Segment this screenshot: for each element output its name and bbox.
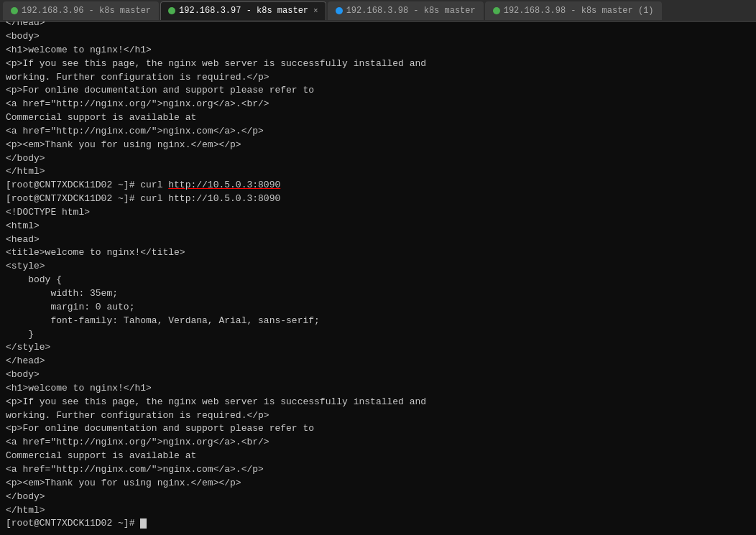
terminal-line: </head> <box>6 355 750 368</box>
tab-close-button[interactable]: × <box>313 6 318 15</box>
terminal-line: Commercial support is available at <box>6 111 750 125</box>
tab-bar: 192.168.3.96 - k8s master192.168.3.97 - … <box>0 0 756 22</box>
terminal-line: </html> <box>6 504 750 518</box>
tab-status-icon <box>336 7 343 14</box>
tab-label: 192.168.3.96 - k8s master <box>22 6 151 16</box>
terminal-line: </head> <box>6 22 750 30</box>
terminal-line: </body> <box>6 490 750 504</box>
terminal-line: <h1>welcome to nginx!</h1> <box>6 44 750 57</box>
terminal-body: [root@CNT7XDCK11D02 ~]# curl http://10.3… <box>0 22 756 535</box>
terminal-line: [root@CNT7XDCK11D02 ~]# curl http://10.5… <box>6 179 750 192</box>
tab-tab1[interactable]: 192.168.3.96 - k8s master <box>3 1 159 20</box>
terminal-line: <a href="http://nginx.com/">nginx.com</a… <box>6 463 750 477</box>
terminal-line: <p><em>Thank you for using nginx.</em></… <box>6 477 750 490</box>
terminal-line: <p>For online documentation and support … <box>6 422 750 436</box>
terminal-line: <body> <box>6 30 750 44</box>
terminal-line: <a href="http://nginx.org/">nginx.org</a… <box>6 98 750 111</box>
terminal-line: <html> <box>6 220 750 233</box>
tab-label: 192.168.3.98 - k8s master <box>346 6 476 16</box>
terminal-line: } <box>6 328 750 342</box>
tab-label: 192.168.3.97 - k8s master <box>179 6 308 16</box>
terminal-line: </html> <box>6 165 750 179</box>
tab-label: 192.168.3.98 - k8s master (1) <box>504 6 654 16</box>
terminal-line: <a href="http://nginx.com/">nginx.com</a… <box>6 125 750 139</box>
terminal-line: <p>For online documentation and support … <box>6 84 750 98</box>
tab-status-icon <box>168 7 175 14</box>
terminal-line: body { <box>6 274 750 287</box>
terminal-url: http://10.5.0.3:8090 <box>168 180 280 190</box>
terminal-line: <p><em>Thank you for using nginx.</em></… <box>6 139 750 152</box>
terminal-line: Commercial support is available at <box>6 450 750 463</box>
terminal-text: [root@CNT7XDCK11D02 ~]# curl <box>6 180 168 190</box>
terminal-line: <title>welcome to nginx!</title> <box>6 246 750 260</box>
tab-tab3[interactable]: 192.168.3.98 - k8s master <box>328 1 484 20</box>
terminal-line: working. Further configuration is requir… <box>6 71 750 85</box>
terminal-line: <p>If you see this page, the nginx web s… <box>6 57 750 71</box>
terminal-line: <h1>welcome to nginx!</h1> <box>6 382 750 396</box>
tab-tab2[interactable]: 192.168.3.97 - k8s master× <box>160 1 326 20</box>
terminal-line: margin: 0 auto; <box>6 301 750 315</box>
terminal-line: font-family: Tahoma, Verdana, Arial, san… <box>6 315 750 328</box>
terminal-line: <a href="http://nginx.org/">nginx.org</a… <box>6 436 750 450</box>
terminal-text: [root@CNT7XDCK11D02 ~]# <box>6 518 140 529</box>
terminal-line: <body> <box>6 368 750 382</box>
terminal-line: <head> <box>6 233 750 247</box>
terminal-line: <!DOCTYPE html> <box>6 206 750 220</box>
terminal-line: </style> <box>6 341 750 355</box>
terminal-line: <style> <box>6 260 750 274</box>
terminal-line: <p>If you see this page, the nginx web s… <box>6 396 750 409</box>
terminal-line: </body> <box>6 152 750 166</box>
terminal-line: width: 35em; <box>6 287 750 301</box>
tab-status-icon <box>493 7 500 14</box>
terminal-line: [root@CNT7XDCK11D02 ~]# <box>6 517 750 531</box>
terminal-line: [root@CNT7XDCK11D02 ~]# curl http://10.5… <box>6 192 750 206</box>
tab-tab4[interactable]: 192.168.3.98 - k8s master (1) <box>485 1 662 20</box>
terminal-line: working. Further configuration is requir… <box>6 409 750 423</box>
tab-status-icon <box>11 7 18 14</box>
terminal-cursor <box>140 518 147 529</box>
